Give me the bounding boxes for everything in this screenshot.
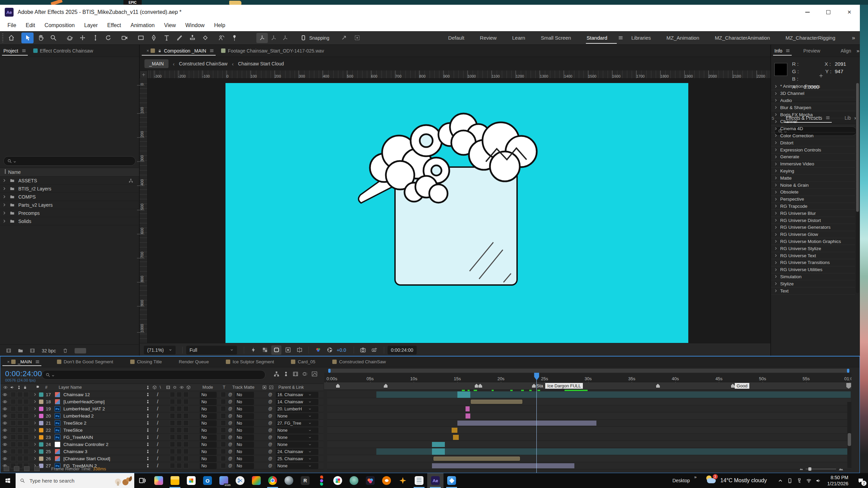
layer-switch-cell[interactable] — [11, 456, 16, 461]
layer-expand-chevron[interactable] — [33, 428, 37, 432]
layer-expand-chevron[interactable] — [33, 442, 37, 446]
menu-item-effect[interactable]: Effect — [102, 20, 126, 31]
track-matte-dropdown[interactable]: No — [235, 399, 254, 405]
layer-label-color[interactable] — [39, 456, 43, 461]
vertical-ruler[interactable]: 01002003004005006007008009001000 — [140, 79, 147, 343]
timeline-tab-closing-title[interactable]: Closing Title — [127, 357, 165, 367]
photos-taskbar-icon[interactable] — [443, 473, 460, 488]
close-tab-button[interactable]: × — [146, 48, 149, 53]
snapshot-button[interactable] — [358, 345, 368, 355]
layer-name[interactable]: FG_TreeMAIN — [63, 435, 141, 440]
layer-row-17[interactable]: 17Chainsaw 12/No@No@16. Chainsaw — [0, 391, 323, 398]
close-tab-button[interactable]: × — [7, 359, 10, 364]
layer-duration-bar[interactable] — [433, 456, 520, 461]
panel-menu-icon[interactable] — [785, 48, 790, 53]
layer-name[interactable]: TreeSlice — [63, 428, 141, 433]
chevron-right-icon[interactable] — [774, 239, 778, 243]
layer-name[interactable]: TreeSlice 2 — [63, 421, 141, 426]
ruler-origin-button[interactable] — [140, 70, 147, 79]
layer-name[interactable]: [Chainsaw Start Cloud] — [63, 456, 141, 461]
track-matte-dropdown[interactable]: No — [235, 434, 254, 441]
effects-category-distort[interactable]: Distort — [771, 139, 855, 146]
layer-label-color[interactable] — [39, 421, 43, 425]
layer-row-20[interactable]: 20PsLumberHead 2/No@No@None — [0, 412, 323, 420]
layer-switch-cell[interactable] — [11, 442, 16, 447]
current-time-display[interactable]: 0:00:24:00 — [5, 369, 42, 378]
marker-label[interactable]: Good — [735, 383, 750, 389]
layer-switch-box[interactable] — [183, 449, 189, 454]
project-folder-solids[interactable]: Solids — [0, 217, 139, 225]
parent-pickwhip-icon[interactable]: @ — [268, 435, 272, 440]
layer-switch-cell[interactable] — [23, 406, 29, 411]
local-axis-button[interactable] — [256, 33, 268, 43]
t-checkbox[interactable] — [221, 406, 226, 411]
timeline-tab-constructed-chainsaw[interactable]: Constructed ChainSaw — [329, 357, 389, 367]
t-checkbox[interactable] — [221, 399, 226, 404]
chevron-right-icon[interactable] — [2, 211, 6, 215]
layer-visibility-eye-icon[interactable] — [2, 421, 7, 426]
phone-link-icon[interactable] — [785, 473, 795, 488]
mode-dropdown[interactable]: No — [200, 434, 217, 441]
menu-item-animation[interactable]: Animation — [126, 20, 159, 31]
layer-track-row-18[interactable] — [327, 398, 851, 405]
tab-project[interactable]: Project — [0, 45, 30, 57]
t-checkbox[interactable] — [221, 456, 226, 461]
tab-footage-chainsaw-start-ody-1417-025-wav[interactable]: Footage Chainsaw_Start_ODY-1417-025.wav — [218, 45, 328, 57]
layer-visibility-eye-icon[interactable] — [2, 442, 7, 447]
layer-expand-chevron[interactable] — [33, 435, 37, 439]
effects-category-perspective[interactable]: Perspective — [771, 196, 855, 203]
hand-tool[interactable] — [34, 33, 46, 43]
zoom-tool[interactable] — [47, 33, 59, 43]
layer-switch-box[interactable] — [170, 427, 175, 433]
effects-scrollbar[interactable] — [856, 83, 859, 293]
mode-dropdown[interactable]: No — [200, 420, 217, 426]
workspace-menu-icon[interactable] — [618, 35, 624, 41]
menu-item-window[interactable]: Window — [181, 20, 210, 31]
layer-switch-cell[interactable] — [17, 413, 23, 419]
effects-category-simulation[interactable]: Simulation — [771, 273, 855, 281]
layer-duration-bar[interactable] — [452, 428, 457, 433]
davinci-resolve-taskbar-icon[interactable] — [362, 473, 378, 488]
layer-switch-cell[interactable] — [17, 399, 23, 404]
layer-quality-icon[interactable]: / — [157, 413, 158, 419]
matte-pickwhip-icon[interactable]: @ — [228, 392, 232, 397]
mode-dropdown[interactable]: No — [200, 392, 217, 398]
layer-duration-bar[interactable] — [466, 413, 470, 419]
chevron-right-icon[interactable] — [774, 148, 778, 152]
info-overflow-button[interactable]: » — [856, 48, 859, 54]
snapping-toggle[interactable]: Snapping — [300, 35, 329, 41]
action-center-button[interactable]: 2 — [853, 473, 868, 488]
layer-expand-chevron[interactable] — [33, 421, 37, 425]
column-track-matte[interactable]: Track Matte — [232, 385, 255, 390]
parent-dropdown[interactable]: 20. LumberH — [276, 406, 318, 412]
layer-row-23[interactable]: 23PsFG_TreeMAIN/No@No@None — [0, 434, 323, 441]
project-folder-btis-r2-layers[interactable]: BTIS_r2 Layers — [0, 185, 139, 193]
composition-canvas[interactable] — [225, 83, 688, 343]
effects-category-blur-sharpen[interactable]: Blur & Sharpen — [771, 104, 855, 111]
layer-switch-box[interactable] — [170, 456, 175, 461]
layer-quality-icon[interactable]: / — [157, 434, 158, 440]
layer-track-row-17[interactable] — [327, 391, 851, 398]
chevron-right-icon[interactable] — [774, 127, 778, 131]
slack-taskbar-icon[interactable] — [330, 473, 346, 488]
show-snapshot-button[interactable] — [370, 345, 380, 355]
start-button[interactable] — [0, 473, 16, 488]
track-matte-dropdown[interactable]: No — [235, 392, 254, 398]
layer-switch-box[interactable] — [170, 434, 175, 440]
t-checkbox[interactable] — [221, 413, 226, 419]
chevron-right-icon[interactable] — [774, 218, 778, 222]
layer-switch-cell[interactable] — [11, 413, 16, 419]
effects-category-3d-channel[interactable]: 3D Channel — [771, 90, 855, 97]
effects-category-expression-controls[interactable]: Expression Controls — [771, 146, 855, 154]
layer-quality-icon[interactable]: / — [157, 392, 158, 397]
column-number[interactable]: # — [45, 385, 47, 390]
rotation-tool[interactable] — [102, 33, 114, 43]
chevron-right-icon[interactable] — [774, 84, 778, 88]
layer-switch-box[interactable] — [177, 456, 182, 461]
layer-shy-icon[interactable] — [145, 399, 150, 404]
chevron-right-icon[interactable] — [774, 211, 778, 215]
effects-category-color-correction[interactable]: Color Correction — [771, 133, 855, 140]
layer-row-22[interactable]: 22PsTreeSlice/No@No@None — [0, 427, 323, 434]
layer-switch-box[interactable] — [177, 449, 182, 454]
layer-shy-icon[interactable] — [145, 456, 150, 461]
